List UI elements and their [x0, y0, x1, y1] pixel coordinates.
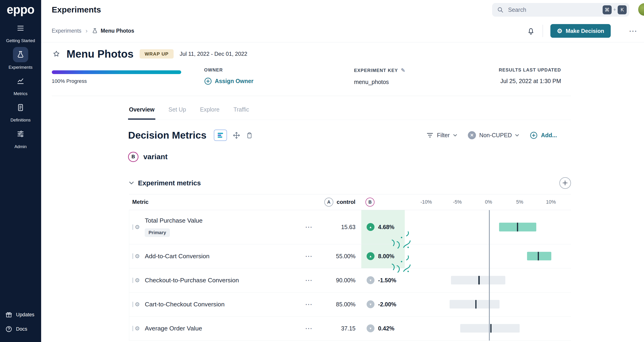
- sidebar-item-getting-started[interactable]: Getting Started: [6, 21, 35, 43]
- progress-label: 100% Progress: [52, 78, 87, 84]
- make-decision-button[interactable]: ⚙ Make Decision: [550, 24, 611, 38]
- chevron-right-icon: ›: [86, 27, 88, 35]
- group-title: Experiment metrics: [138, 179, 201, 187]
- owner-block: OWNER Assign Owner: [204, 67, 253, 85]
- metric-more-button[interactable]: ⋯: [305, 276, 312, 285]
- edit-pencil-icon[interactable]: ✎: [401, 67, 406, 74]
- metric-name[interactable]: Total Purchase Value: [145, 217, 202, 224]
- metric-cell: ⚙ Total Purchase Value Primary ⋯: [129, 210, 318, 244]
- metric-settings-icon[interactable]: ⚙: [132, 277, 140, 284]
- ci-bar: [450, 300, 500, 308]
- metric-more-button[interactable]: ⋯: [305, 300, 312, 309]
- variant-a-badge: A: [324, 198, 333, 207]
- metric-column-header: Metric: [129, 199, 318, 205]
- table-row: ⚙ Total Purchase Value Primary ⋯ 15.63 ▲…: [129, 210, 571, 244]
- ci-chart-cell: [405, 210, 571, 244]
- metric-more-button[interactable]: ⋯: [305, 252, 312, 260]
- more-menu-button[interactable]: ⋯: [629, 26, 637, 36]
- variant-b-badge: B: [128, 152, 138, 162]
- lift-cell: ▼ -2.00%: [361, 292, 405, 316]
- tab-overview[interactable]: Overview: [128, 101, 155, 120]
- sidebar-item-updates[interactable]: Updates: [0, 307, 41, 322]
- variant-label: variant: [143, 153, 168, 161]
- ci-chart-cell: [405, 268, 571, 292]
- metric-settings-icon[interactable]: ⚙: [132, 301, 140, 308]
- metrics-table: Metric A control B -10%-5%0%5%10% ⚙ Tota…: [129, 194, 571, 340]
- treatment-column-header: B: [362, 198, 405, 207]
- direction-icon: ▼: [366, 276, 374, 284]
- metric-more-button[interactable]: ⋯: [305, 223, 312, 231]
- search-input[interactable]: [507, 6, 602, 14]
- progress-fill: [52, 70, 181, 74]
- search-box[interactable]: ⌘ + K: [492, 3, 629, 17]
- direction-icon: ▲: [366, 223, 374, 231]
- assign-owner-button[interactable]: Assign Owner: [204, 77, 253, 85]
- filter-dropdown[interactable]: Filter: [426, 132, 457, 139]
- metric-cell: ⚙ Add-to-Cart Conversion ⋯: [129, 244, 318, 268]
- shortcut-plus: +: [613, 7, 616, 13]
- divider: [542, 25, 543, 37]
- direction-icon: ▼: [366, 300, 374, 308]
- breadcrumb-current: Menu Photos: [92, 28, 134, 34]
- metric-name[interactable]: Cart-to-Checkout Conversion: [145, 301, 224, 308]
- table-row: ⚙ Average Order Value ⋯ 37.15 ▼ 0.42%: [129, 316, 571, 340]
- plus-circle-icon: [204, 77, 212, 85]
- clipboard-icon[interactable]: [246, 132, 253, 139]
- cuped-dropdown[interactable]: ✕ Non-CUPED: [468, 131, 520, 140]
- ci-bar: [451, 276, 505, 284]
- tab-traffic[interactable]: Traffic: [232, 101, 250, 120]
- sidebar-item-experiments[interactable]: Experiments: [8, 47, 32, 70]
- ci-marker: [475, 300, 476, 308]
- ci-chart-cell: [405, 292, 571, 316]
- section-divider: [52, 96, 571, 96]
- metric-settings-icon[interactable]: ⚙: [132, 224, 140, 230]
- table-body: ⚙ Total Purchase Value Primary ⋯ 15.63 ▲…: [129, 210, 571, 340]
- sidebar-footer: Updates Docs: [0, 307, 41, 336]
- bell-icon[interactable]: [527, 27, 535, 35]
- sidebar-item-metrics[interactable]: Metrics: [13, 74, 28, 96]
- star-icon[interactable]: [52, 50, 60, 58]
- metric-name[interactable]: Average Order Value: [145, 325, 202, 332]
- sub-actions: ⚙ Make Decision ⋯: [527, 24, 644, 38]
- table-row: ⚙ Add-to-Cart Conversion ⋯ 55.00% ▲ 8.00…: [129, 244, 571, 268]
- top-bar: Experiments ⌘ + K: [41, 0, 644, 20]
- control-value: 90.00%: [318, 268, 361, 292]
- avatar[interactable]: [638, 3, 644, 16]
- add-metric-button[interactable]: Add...: [530, 131, 557, 139]
- tab-explore[interactable]: Explore: [199, 101, 220, 120]
- axis-tick: 10%: [546, 199, 556, 205]
- collapse-chevron-icon[interactable]: [129, 181, 134, 185]
- owner-label: OWNER: [204, 67, 253, 73]
- eppo-logo[interactable]: eppo: [0, 0, 41, 19]
- lift-cell: ▲ 4.68%: [361, 210, 405, 244]
- chart-view-toggle[interactable]: [214, 130, 227, 141]
- sliders-icon: [13, 126, 28, 142]
- tab-set-up[interactable]: Set Up: [168, 101, 187, 120]
- remove-cuped-icon[interactable]: ✕: [468, 131, 476, 140]
- decision-metrics-title: Decision Metrics: [128, 130, 206, 141]
- lift-cell: ▼ 0.42%: [361, 316, 405, 340]
- plus-circle-icon: [530, 131, 538, 139]
- sidebar-item-definitions[interactable]: Definitions: [10, 100, 30, 123]
- breadcrumb-experiments[interactable]: Experiments: [52, 28, 81, 34]
- metric-settings-icon[interactable]: ⚙: [132, 253, 140, 260]
- main-content: Menu Photos WRAP UP Jul 11, 2022 - Dec 0…: [41, 42, 644, 342]
- definitions-icon: [13, 100, 28, 115]
- metric-more-button[interactable]: ⋯: [305, 324, 312, 333]
- add-metric-circle-button[interactable]: [560, 177, 571, 189]
- cmd-key-badge: ⌘: [602, 5, 612, 14]
- ci-chart-cell: [405, 316, 571, 340]
- lift-value: 0.42%: [378, 325, 394, 332]
- metric-name[interactable]: Add-to-Cart Conversion: [145, 253, 210, 260]
- sidebar-item-admin[interactable]: Admin: [13, 126, 28, 149]
- move-icon[interactable]: [233, 132, 240, 139]
- experiment-hero: Menu Photos WRAP UP Jul 11, 2022 - Dec 0…: [52, 48, 247, 60]
- metric-settings-icon[interactable]: ⚙: [132, 325, 140, 332]
- page-title: Experiments: [52, 5, 101, 15]
- table-row: ⚙ Checkout-to-Purchase Conversion ⋯ 90.0…: [129, 268, 571, 292]
- results-updated-label: RESULTS LAST UPDATED: [499, 67, 561, 73]
- ci-marker: [490, 324, 492, 333]
- metric-name[interactable]: Checkout-to-Purchase Conversion: [145, 277, 239, 284]
- metric-cell: ⚙ Cart-to-Checkout Conversion ⋯: [129, 292, 318, 316]
- sidebar-item-docs[interactable]: Docs: [0, 322, 41, 336]
